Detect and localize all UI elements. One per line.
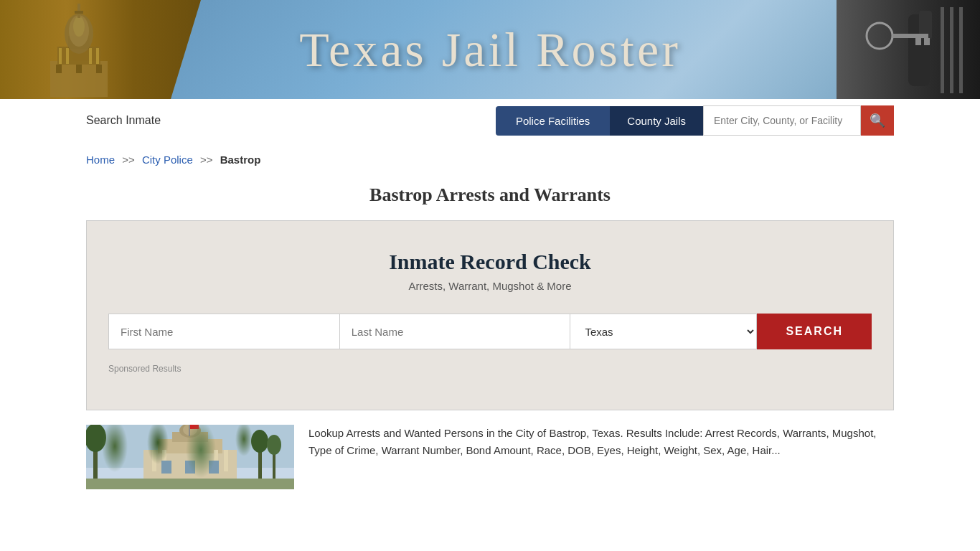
breadcrumb-city-police[interactable]: City Police [142, 154, 193, 166]
tree-overlay [86, 425, 294, 489]
svg-point-17 [867, 23, 892, 49]
svg-rect-11 [59, 48, 62, 64]
nav-buttons: Police Facilities County Jails 🔍 [496, 105, 894, 136]
bottom-section: Lookup Arrests and Wanted Persons in the… [0, 410, 980, 504]
record-check-subtitle: Arrests, Warrant, Mugshot & More [108, 280, 872, 292]
state-select[interactable]: AlabamaAlaskaArizonaArkansasCaliforniaCo… [570, 314, 757, 349]
svg-rect-8 [56, 65, 62, 73]
header-banner: Texas Jail Roster [0, 0, 980, 99]
svg-rect-12 [66, 48, 69, 64]
breadcrumb-current: Bastrop [220, 154, 261, 166]
bottom-description: Lookup Arrests and Wanted Persons in the… [308, 425, 894, 489]
capitol-dome-icon [43, 4, 115, 97]
breadcrumb-separator-1: >> [122, 154, 135, 166]
svg-rect-20 [924, 38, 930, 45]
svg-rect-14 [96, 48, 99, 64]
svg-rect-9 [76, 65, 82, 73]
breadcrumb: Home >> City Police >> Bastrop [0, 142, 980, 177]
search-inmate-label: Search Inmate [86, 114, 481, 127]
svg-rect-19 [915, 38, 921, 45]
right-decoration [837, 0, 980, 99]
inmate-search-form: AlabamaAlaskaArizonaArkansasCaliforniaCo… [108, 314, 872, 349]
svg-rect-7 [75, 11, 83, 14]
svg-rect-22 [950, 7, 953, 93]
sponsored-label: Sponsored Results [108, 364, 872, 374]
breadcrumb-separator-2: >> [200, 154, 213, 166]
keys-icon [837, 7, 966, 93]
svg-rect-23 [959, 7, 963, 93]
last-name-input[interactable] [340, 314, 571, 349]
svg-rect-10 [96, 65, 102, 73]
first-name-input[interactable] [108, 314, 340, 349]
search-button[interactable]: SEARCH [757, 314, 872, 349]
facility-search-button[interactable]: 🔍 [861, 105, 894, 136]
record-check-box: Inmate Record Check Arrests, Warrant, Mu… [86, 220, 894, 410]
facility-search-input[interactable] [703, 105, 861, 136]
page-title: Bastrop Arrests and Warrants [86, 184, 894, 206]
bastrop-image [86, 425, 294, 489]
nav-bar: Search Inmate Police Facilities County J… [0, 99, 980, 142]
svg-rect-13 [89, 48, 92, 64]
search-icon: 🔍 [870, 113, 885, 128]
site-title: Texas Jail Roster [299, 22, 681, 78]
breadcrumb-home[interactable]: Home [86, 154, 115, 166]
police-facilities-button[interactable]: Police Facilities [496, 106, 610, 136]
svg-rect-21 [941, 7, 944, 93]
record-check-title: Inmate Record Check [108, 250, 872, 274]
page-title-section: Bastrop Arrests and Warrants [0, 177, 980, 220]
svg-point-5 [73, 17, 85, 37]
svg-rect-18 [892, 34, 928, 38]
county-jails-button[interactable]: County Jails [610, 106, 703, 136]
